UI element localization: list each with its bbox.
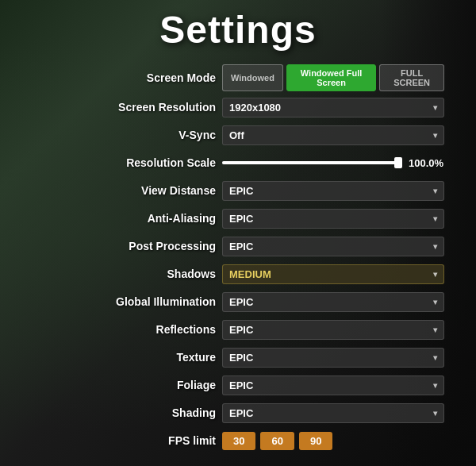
- shading-dropdown[interactable]: EPIC ▾: [222, 403, 444, 423]
- foliage-value: EPIC: [229, 379, 253, 391]
- anti-aliasing-arrow: ▾: [433, 214, 437, 223]
- vsync-control: Off ▾: [222, 125, 444, 145]
- anti-aliasing-dropdown[interactable]: EPIC ▾: [222, 209, 444, 229]
- anti-aliasing-label: Anti-Aliasing: [93, 212, 216, 225]
- anti-aliasing-row: Anti-Aliasing EPIC ▾: [32, 206, 444, 230]
- windowed-button[interactable]: Windowed: [222, 64, 283, 91]
- fps-limit-control: 30 60 90: [222, 432, 444, 450]
- fps-limit-row: FPS limit 30 60 90: [32, 429, 444, 453]
- foliage-row: Foliage EPIC ▾: [32, 373, 444, 397]
- settings-grid: Screen Mode Windowed Windowed Full Scree…: [32, 64, 444, 453]
- screen-mode-label: Screen Mode: [93, 71, 216, 84]
- texture-label: Texture: [93, 351, 216, 364]
- post-processing-control: EPIC ▾: [222, 237, 444, 256]
- resolution-dropdown-arrow: ▾: [433, 103, 437, 112]
- resolution-scale-value: 100.0%: [409, 157, 444, 169]
- texture-control: EPIC ▾: [222, 348, 444, 368]
- reflections-control: EPIC ▾: [222, 320, 444, 340]
- shadows-control: MEDIUM ▾: [222, 264, 444, 284]
- vsync-row: V-Sync Off ▾: [32, 123, 444, 147]
- texture-arrow: ▾: [433, 353, 437, 362]
- global-illumination-value: EPIC: [229, 296, 253, 308]
- page-title: Settings: [159, 8, 316, 52]
- vsync-label: V-Sync: [93, 129, 216, 141]
- global-illumination-label: Global Illumination: [93, 295, 216, 308]
- resolution-scale-label: Resolution Scale: [93, 156, 216, 169]
- shading-label: Shading: [93, 406, 216, 419]
- foliage-arrow: ▾: [433, 381, 437, 390]
- post-processing-row: Post Processing EPIC ▾: [32, 234, 444, 258]
- screen-resolution-label: Screen Resolution: [93, 101, 216, 114]
- resolution-scale-thumb: [394, 157, 402, 168]
- shading-arrow: ▾: [433, 409, 437, 418]
- foliage-label: Foliage: [93, 379, 216, 391]
- texture-dropdown[interactable]: EPIC ▾: [222, 348, 444, 368]
- screen-resolution-control: 1920x1080 ▾: [222, 98, 444, 117]
- shadows-label: Shadows: [93, 268, 216, 280]
- fps-limit-label: FPS limit: [93, 434, 216, 447]
- fps-90-button[interactable]: 90: [299, 432, 332, 450]
- global-illumination-row: Global Illumination EPIC ▾: [32, 290, 444, 314]
- vsync-dropdown[interactable]: Off ▾: [222, 125, 444, 145]
- resolution-scale-track[interactable]: [222, 161, 402, 164]
- reflections-dropdown[interactable]: EPIC ▾: [222, 320, 444, 340]
- shadows-value: MEDIUM: [229, 268, 271, 280]
- foliage-dropdown[interactable]: EPIC ▾: [222, 375, 444, 395]
- view-distance-value: EPIC: [229, 185, 253, 197]
- view-distance-arrow: ▾: [433, 187, 437, 195]
- resolution-scale-fill: [222, 161, 402, 164]
- vsync-value: Off: [229, 129, 244, 141]
- view-distance-row: View Distanse EPIC ▾: [32, 179, 444, 202]
- screen-mode-group: Windowed Windowed Full Screen FULL SCREE…: [222, 64, 444, 91]
- anti-aliasing-value: EPIC: [229, 213, 253, 225]
- fullscreen-button[interactable]: FULL SCREEN: [379, 64, 444, 91]
- reflections-arrow: ▾: [433, 325, 437, 334]
- anti-aliasing-control: EPIC ▾: [222, 209, 444, 229]
- shading-row: Shading EPIC ▾: [32, 401, 444, 425]
- post-processing-arrow: ▾: [433, 242, 437, 251]
- foliage-control: EPIC ▾: [222, 375, 444, 395]
- shadows-dropdown[interactable]: MEDIUM ▾: [222, 264, 444, 284]
- post-processing-label: Post Processing: [93, 240, 216, 252]
- texture-value: EPIC: [229, 352, 253, 364]
- global-illumination-arrow: ▾: [433, 298, 437, 306]
- fps-30-button[interactable]: 30: [222, 432, 255, 450]
- view-distance-label: View Distanse: [93, 184, 216, 197]
- screen-mode-control: Windowed Windowed Full Screen FULL SCREE…: [222, 64, 444, 91]
- vsync-dropdown-arrow: ▾: [433, 131, 437, 140]
- shading-value: EPIC: [229, 407, 253, 419]
- global-illumination-dropdown[interactable]: EPIC ▾: [222, 292, 444, 312]
- fps-group: 30 60 90: [222, 432, 444, 450]
- screen-resolution-row: Screen Resolution 1920x1080 ▾: [32, 95, 444, 119]
- fps-60-button[interactable]: 60: [260, 432, 294, 450]
- slider-row: 100.0%: [222, 157, 444, 169]
- post-processing-dropdown[interactable]: EPIC ▾: [222, 237, 444, 256]
- global-illumination-control: EPIC ▾: [222, 292, 444, 312]
- post-processing-value: EPIC: [229, 241, 253, 252]
- reflections-row: Reflections EPIC ▾: [32, 318, 444, 341]
- view-distance-control: EPIC ▾: [222, 181, 444, 201]
- screen-mode-row: Screen Mode Windowed Windowed Full Scree…: [32, 64, 444, 91]
- reflections-label: Reflections: [93, 323, 216, 336]
- shadows-row: Shadows MEDIUM ▾: [32, 262, 444, 286]
- resolution-scale-row: Resolution Scale 100.0%: [32, 151, 444, 175]
- reflections-value: EPIC: [229, 324, 253, 336]
- screen-resolution-dropdown[interactable]: 1920x1080 ▾: [222, 98, 444, 117]
- windowed-fullscreen-button[interactable]: Windowed Full Screen: [286, 64, 376, 91]
- screen-resolution-value: 1920x1080: [229, 102, 281, 114]
- settings-container: Settings Screen Mode Windowed Windowed F…: [0, 0, 476, 466]
- view-distance-dropdown[interactable]: EPIC ▾: [222, 181, 444, 201]
- shadows-arrow: ▾: [433, 270, 437, 279]
- resolution-scale-control: 100.0%: [222, 157, 444, 169]
- texture-row: Texture EPIC ▾: [32, 345, 444, 369]
- shading-control: EPIC ▾: [222, 403, 444, 423]
